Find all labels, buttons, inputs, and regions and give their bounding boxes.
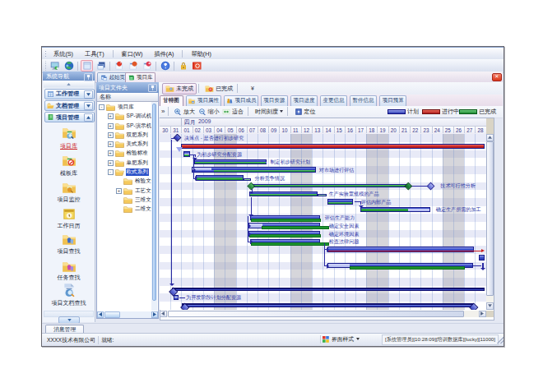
gantt-bar-processing[interactable] [360, 207, 430, 212]
menu-item-1[interactable]: 工具(T) [79, 50, 110, 58]
gantt-bar-task[interactable] [479, 255, 485, 261]
gantt-bar-completed[interactable] [196, 175, 244, 181]
cascade-button[interactable] [95, 60, 107, 71]
gantt-button-适合[interactable]: 适合 [222, 108, 244, 116]
tree-row-双肥系列[interactable]: +双肥系列 [108, 131, 149, 140]
monitor-button[interactable] [49, 60, 61, 71]
view-tab-项目资源[interactable]: 项目资源 [261, 95, 288, 106]
doc-tab-项目库[interactable]: 项目库 [125, 72, 156, 82]
menu-item-4[interactable]: 插件(A) [148, 50, 179, 58]
gantt-bar-feasibility[interactable] [251, 184, 408, 187]
gantt-task-icon[interactable] [174, 295, 179, 300]
view-tab-甘特图[interactable]: 甘特图 [160, 95, 183, 106]
tree-expand-glyph[interactable]: + [108, 123, 114, 129]
tree-expand-glyph[interactable]: - [108, 169, 114, 175]
tree-expand-glyph[interactable]: + [108, 113, 114, 119]
menu-item-6[interactable]: 帮助(H) [185, 50, 216, 58]
gantt-summary-bar[interactable] [182, 303, 473, 307]
globe-button[interactable] [63, 60, 75, 71]
window-resize-grip[interactable] [497, 337, 504, 344]
sidebar-item-任务查找[interactable] [43, 259, 95, 274]
tree-expand-glyph[interactable]: + [116, 188, 122, 194]
power-button[interactable] [191, 60, 203, 71]
tree-scroll-right-icon[interactable] [151, 311, 158, 319]
view-tab-暂停信息[interactable]: 暂停信息 [350, 95, 377, 106]
tree-expand-glyph[interactable]: - [99, 104, 104, 110]
gantt-scroll-up-icon[interactable] [486, 134, 494, 141]
tree-pin-icon[interactable] [148, 84, 157, 92]
tree-expand-glyph[interactable]: + [108, 150, 114, 156]
gantt-vertical-scrollbar[interactable] [486, 134, 494, 310]
gantt-scroll-right-icon[interactable] [479, 311, 486, 318]
doc-tab-起始页[interactable]: 起始页 [97, 72, 128, 82]
view-tab-项目进度[interactable]: 项目进度 [290, 95, 318, 106]
tree-scroll-left-icon[interactable] [97, 311, 104, 319]
gantt-horizontal-scrollbar-thumb[interactable] [168, 311, 464, 318]
filter-button-已完成[interactable]: 已完成 [202, 84, 235, 94]
view-tab-变更信息[interactable]: 变更信息 [320, 95, 347, 106]
window-button[interactable] [81, 60, 93, 71]
lock-button[interactable] [177, 60, 189, 71]
tree-row-检验标准[interactable]: +检验标准 [108, 149, 149, 158]
gantt-milestone-progress[interactable] [405, 182, 412, 190]
sidebar-section-项目管理[interactable]: 项目管理 [44, 112, 95, 122]
gantt-vertical-scrollbar-thumb[interactable] [486, 141, 494, 296]
gantt-bar-completed[interactable] [194, 159, 267, 165]
tree-row-检验文件[interactable]: 检验文件 [116, 177, 151, 186]
tree-vertical-scrollbar-thumb[interactable] [152, 104, 156, 301]
tree-row-SP-演示机系[interactable]: +SP-演示机系 [108, 121, 152, 130]
gantt-button-缩小[interactable]: 缩小 [198, 108, 220, 116]
gantt-bar-inprogress-summary[interactable] [181, 144, 485, 149]
gantt-scroll-down-icon[interactable] [486, 302, 494, 310]
sidebar-item-项目库[interactable] [43, 125, 95, 140]
tree-row-美式系列[interactable]: +美式系列 [108, 140, 149, 149]
view-tab-项目属性[interactable]: 项目属性 [186, 95, 221, 106]
tree-row-三维文件[interactable]: 三维文件 [116, 196, 151, 205]
sidebar-section-工作管理[interactable]: 工作管理 [44, 89, 95, 99]
gantt-toolbar-overflow-chevron[interactable]: » [161, 108, 165, 115]
window-close-badge-button[interactable] [113, 60, 125, 71]
sidebar-item-模板库[interactable] [43, 153, 95, 168]
gantt-bar-completed[interactable] [327, 199, 353, 205]
style-picker-button[interactable]: 界面样式 [332, 335, 354, 344]
tree-row-欧式系列[interactable]: -欧式系列 [108, 168, 149, 177]
gantt-scroll-left-icon[interactable] [160, 311, 167, 318]
gantt-bar-completed[interactable] [249, 191, 317, 197]
tree-row-单肥系列[interactable]: +单肥系列 [108, 159, 149, 168]
tree-row-工艺文件[interactable]: +工艺文件 [116, 187, 151, 196]
window-new-badge-button[interactable] [141, 60, 153, 71]
gantt-button-放大[interactable]: 放大 [174, 108, 195, 116]
tree-horizontal-scrollbar-thumb[interactable] [104, 311, 120, 319]
tree-expand-glyph[interactable]: + [108, 141, 114, 147]
sidebar-item-工作日历[interactable] [43, 206, 95, 221]
view-tab-项目预算[interactable]: 项目预算 [379, 95, 406, 106]
menu-item-3[interactable]: 窗口(W) [116, 50, 149, 58]
sidebar-section-chevron-up-icon[interactable] [84, 113, 93, 122]
tree-expand-glyph[interactable]: + [108, 132, 114, 138]
gantt-summary-bar[interactable] [172, 288, 485, 291]
sidebar-item-项目监控[interactable] [43, 180, 95, 195]
sidebar-section-文档管理[interactable]: 文档管理 [44, 100, 95, 111]
menu-item-0[interactable]: 系统(S) [48, 50, 79, 58]
tree-column-header[interactable]: 名称 [97, 93, 158, 102]
sidebar-item-项目查找[interactable] [43, 232, 95, 247]
filter-overflow-chevron[interactable]: ¥ [251, 85, 254, 91]
gantt-milestone-plan[interactable] [426, 182, 434, 190]
tree-row-SP-调试机系[interactable]: +SP-调试机系 [108, 112, 152, 121]
tree-horizontal-scrollbar[interactable] [97, 311, 158, 319]
filter-button-未完成[interactable]: 未完成 [162, 83, 197, 95]
sidebar-section-chevron-down-icon[interactable] [84, 102, 93, 110]
close-document-icon[interactable]: ✕ [492, 73, 502, 82]
tree-row-项目库[interactable]: -项目库 [99, 103, 135, 112]
sidebar-item-项目文档查找[interactable] [43, 283, 95, 297]
tree-row-二维文件[interactable]: 二维文件 [116, 205, 151, 214]
window-refresh-badge-button[interactable] [127, 60, 139, 71]
gantt-button-定位[interactable]: 定位 [295, 108, 316, 116]
gantt-bar-completed[interactable] [192, 167, 316, 173]
tree-expand-glyph[interactable]: + [108, 160, 114, 166]
view-tab-项目成员[interactable]: 项目成员 [224, 95, 258, 106]
sidebar-section-chevron-down-icon[interactable] [84, 90, 93, 99]
style-picker[interactable]: 界面样式 [318, 334, 360, 344]
gantt-horizontal-scrollbar[interactable] [160, 311, 486, 318]
sidebar-scroll-up[interactable] [44, 81, 94, 88]
